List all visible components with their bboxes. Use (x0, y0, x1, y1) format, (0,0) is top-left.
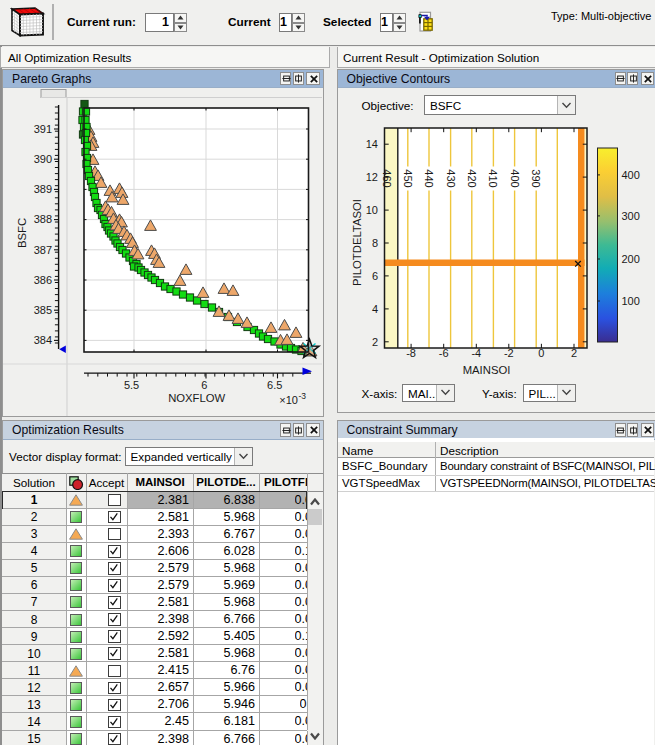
svg-text:×10: ×10 (279, 394, 298, 406)
svg-text:-6: -6 (438, 347, 448, 359)
svg-text:BSFC: BSFC (16, 218, 28, 248)
svg-text:14: 14 (365, 138, 377, 150)
svg-text:6: 6 (371, 270, 377, 282)
svg-text:8: 8 (371, 237, 377, 249)
svg-text:384: 384 (34, 334, 52, 346)
svg-text:430: 430 (444, 169, 456, 187)
svg-text:-3: -3 (299, 391, 307, 401)
svg-text:440: 440 (423, 169, 435, 187)
svg-text:100: 100 (621, 295, 639, 307)
svg-text:420: 420 (465, 169, 477, 187)
svg-text:0: 0 (538, 347, 544, 359)
svg-text:300: 300 (621, 210, 639, 222)
svg-text:460: 460 (380, 169, 392, 187)
svg-text:PILOTDELTASOI: PILOTDELTASOI (350, 199, 362, 286)
svg-text:390: 390 (34, 153, 52, 165)
svg-text:200: 200 (621, 253, 639, 265)
svg-text:400: 400 (508, 169, 520, 187)
svg-text:450: 450 (401, 169, 413, 187)
svg-text:391: 391 (34, 123, 52, 135)
svg-text:410: 410 (487, 169, 499, 187)
svg-text:387: 387 (34, 244, 52, 256)
svg-text:12: 12 (365, 171, 377, 183)
svg-text:386: 386 (34, 274, 52, 286)
svg-text:400: 400 (621, 169, 639, 181)
svg-text:MAINSOI: MAINSOI (462, 364, 510, 376)
svg-text:385: 385 (34, 304, 52, 316)
svg-text:390: 390 (530, 169, 542, 187)
svg-text:389: 389 (34, 183, 52, 195)
svg-text:-4: -4 (471, 347, 481, 359)
svg-text:6: 6 (201, 379, 207, 391)
svg-text:-8: -8 (406, 347, 416, 359)
svg-text:2: 2 (570, 347, 576, 359)
svg-text:10: 10 (365, 204, 377, 216)
svg-text:5.5: 5.5 (124, 379, 139, 391)
svg-text:-2: -2 (503, 347, 513, 359)
svg-text:NOXFLOW: NOXFLOW (168, 392, 225, 404)
svg-text:4: 4 (371, 303, 377, 315)
svg-text:6.5: 6.5 (267, 379, 282, 391)
svg-text:388: 388 (34, 213, 52, 225)
svg-text:2: 2 (371, 336, 377, 348)
